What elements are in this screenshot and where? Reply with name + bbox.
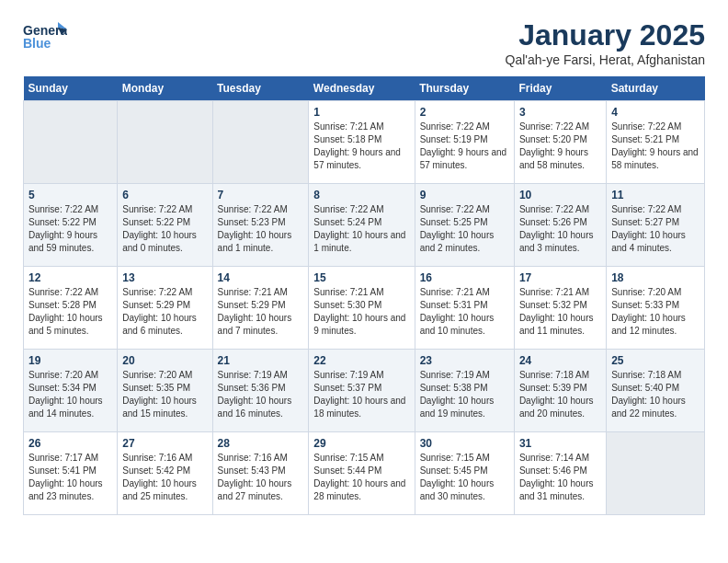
week-row-5: 26 Sunrise: 7:17 AM Sunset: 5:41 PM Dayl… [24,432,705,515]
sunrise-label: Sunrise: 7:22 AM [122,204,192,214]
day-number: 9 [420,189,509,201]
daylight-label: Daylight: 10 hours and 22 minutes. [611,396,686,419]
calendar-cell: 29 Sunrise: 7:15 AM Sunset: 5:44 PM Dayl… [309,432,415,515]
daylight-label: Daylight: 10 hours and 16 minutes. [218,396,292,419]
day-number: 21 [218,354,304,367]
day-info: Sunrise: 7:19 AM Sunset: 5:38 PM Dayligh… [420,369,509,420]
calendar-cell: 30 Sunrise: 7:15 AM Sunset: 5:45 PM Dayl… [415,432,514,515]
daylight-label: Daylight: 10 hours and 10 minutes. [420,313,495,336]
calendar-cell: 4 Sunrise: 7:22 AM Sunset: 5:21 PM Dayli… [607,101,705,184]
day-number: 13 [122,271,207,284]
sunrise-label: Sunrise: 7:22 AM [611,121,681,132]
day-header-wednesday: Wednesday [309,76,415,101]
sunset-label: Sunset: 5:22 PM [28,217,97,227]
calendar-cell: 7 Sunrise: 7:22 AM Sunset: 5:23 PM Dayli… [212,184,309,267]
day-header-thursday: Thursday [415,76,514,101]
day-info: Sunrise: 7:22 AM Sunset: 5:22 PM Dayligh… [122,203,207,255]
day-number: 14 [218,271,304,284]
daylight-label: Daylight: 10 hours and 5 minutes. [28,313,103,336]
sunrise-label: Sunrise: 7:18 AM [611,370,681,380]
sunrise-label: Sunrise: 7:16 AM [122,453,192,463]
calendar-cell: 2 Sunrise: 7:22 AM Sunset: 5:19 PM Dayli… [415,101,514,184]
daylight-label: Daylight: 10 hours and 14 minutes. [28,396,103,419]
sunset-label: Sunset: 5:31 PM [420,300,488,310]
day-number: 22 [313,354,409,367]
day-header-friday: Friday [514,76,606,101]
sunrise-label: Sunrise: 7:22 AM [611,204,681,214]
calendar-table: SundayMondayTuesdayWednesdayThursdayFrid… [23,76,705,515]
week-row-4: 19 Sunrise: 7:20 AM Sunset: 5:34 PM Dayl… [24,350,705,432]
sunrise-label: Sunrise: 7:19 AM [420,370,490,380]
calendar-cell: 6 Sunrise: 7:22 AM Sunset: 5:22 PM Dayli… [118,184,212,267]
day-info: Sunrise: 7:15 AM Sunset: 5:45 PM Dayligh… [420,452,509,503]
sunset-label: Sunset: 5:24 PM [313,217,381,227]
day-info: Sunrise: 7:22 AM Sunset: 5:28 PM Dayligh… [28,286,112,338]
sunset-label: Sunset: 5:19 PM [420,134,488,144]
sunrise-label: Sunrise: 7:21 AM [313,287,383,297]
daylight-label: Daylight: 10 hours and 4 minutes. [611,230,686,253]
calendar-cell: 27 Sunrise: 7:16 AM Sunset: 5:42 PM Dayl… [118,432,212,515]
daylight-label: Daylight: 10 hours and 11 minutes. [519,313,594,336]
daylight-label: Daylight: 10 hours and 9 minutes. [313,313,405,336]
day-number: 20 [122,354,207,367]
day-header-saturday: Saturday [607,76,705,101]
daylight-label: Daylight: 9 hours and 59 minutes. [28,230,97,253]
sunrise-label: Sunrise: 7:15 AM [313,453,383,463]
day-info: Sunrise: 7:22 AM Sunset: 5:24 PM Dayligh… [313,203,409,255]
main-title: January 2025 [506,18,705,52]
day-number: 30 [420,437,509,450]
sunset-label: Sunset: 5:26 PM [519,217,587,227]
sunset-label: Sunset: 5:22 PM [122,217,190,227]
calendar-cell: 21 Sunrise: 7:19 AM Sunset: 5:36 PM Dayl… [212,350,309,432]
day-info: Sunrise: 7:19 AM Sunset: 5:37 PM Dayligh… [313,369,409,420]
sunrise-label: Sunrise: 7:14 AM [519,453,589,463]
calendar-cell: 10 Sunrise: 7:22 AM Sunset: 5:26 PM Dayl… [514,184,606,267]
sunrise-label: Sunrise: 7:22 AM [28,287,98,297]
daylight-label: Daylight: 10 hours and 3 minutes. [519,230,594,253]
day-info: Sunrise: 7:21 AM Sunset: 5:29 PM Dayligh… [218,286,304,338]
sunset-label: Sunset: 5:36 PM [218,383,286,393]
day-info: Sunrise: 7:18 AM Sunset: 5:39 PM Dayligh… [519,369,601,420]
calendar-cell: 11 Sunrise: 7:22 AM Sunset: 5:27 PM Dayl… [607,184,705,267]
sunrise-label: Sunrise: 7:21 AM [420,287,490,297]
calendar-cell: 19 Sunrise: 7:20 AM Sunset: 5:34 PM Dayl… [24,350,118,432]
sunset-label: Sunset: 5:46 PM [519,465,587,476]
calendar-cell: 28 Sunrise: 7:16 AM Sunset: 5:43 PM Dayl… [212,432,309,515]
sunset-label: Sunset: 5:32 PM [519,300,587,310]
sunrise-label: Sunrise: 7:22 AM [122,287,192,297]
sunset-label: Sunset: 5:34 PM [28,383,97,393]
day-info: Sunrise: 7:14 AM Sunset: 5:46 PM Dayligh… [519,452,601,503]
day-number: 8 [313,189,409,201]
sunrise-label: Sunrise: 7:22 AM [420,121,490,132]
day-number: 2 [420,106,509,119]
sunset-label: Sunset: 5:29 PM [218,300,286,310]
sunset-label: Sunset: 5:41 PM [28,465,97,476]
sunrise-label: Sunrise: 7:22 AM [28,204,98,214]
sunset-label: Sunset: 5:45 PM [420,465,488,476]
calendar-cell: 9 Sunrise: 7:22 AM Sunset: 5:25 PM Dayli… [415,184,514,267]
sunset-label: Sunset: 5:21 PM [611,134,679,144]
daylight-label: Daylight: 10 hours and 31 minutes. [519,478,594,501]
day-info: Sunrise: 7:20 AM Sunset: 5:34 PM Dayligh… [28,369,112,420]
calendar-cell: 16 Sunrise: 7:21 AM Sunset: 5:31 PM Dayl… [415,267,514,350]
sunrise-label: Sunrise: 7:20 AM [122,370,192,380]
sunset-label: Sunset: 5:44 PM [313,465,381,476]
calendar-cell: 31 Sunrise: 7:14 AM Sunset: 5:46 PM Dayl… [514,432,606,515]
days-of-week-row: SundayMondayTuesdayWednesdayThursdayFrid… [24,76,705,101]
calendar-cell [24,101,118,184]
calendar-cell: 18 Sunrise: 7:20 AM Sunset: 5:33 PM Dayl… [607,267,705,350]
calendar-cell: 17 Sunrise: 7:21 AM Sunset: 5:32 PM Dayl… [514,267,606,350]
day-info: Sunrise: 7:19 AM Sunset: 5:36 PM Dayligh… [218,369,304,420]
daylight-label: Daylight: 10 hours and 28 minutes. [313,478,405,501]
day-number: 19 [28,354,112,367]
sunrise-label: Sunrise: 7:20 AM [611,287,681,297]
sunrise-label: Sunrise: 7:22 AM [519,121,589,132]
daylight-label: Daylight: 10 hours and 19 minutes. [420,396,495,419]
calendar-cell: 24 Sunrise: 7:18 AM Sunset: 5:39 PM Dayl… [514,350,606,432]
daylight-label: Daylight: 10 hours and 6 minutes. [122,313,197,336]
daylight-label: Daylight: 10 hours and 30 minutes. [420,478,495,501]
day-info: Sunrise: 7:20 AM Sunset: 5:35 PM Dayligh… [122,369,207,420]
sunset-label: Sunset: 5:25 PM [420,217,488,227]
day-number: 25 [611,354,700,367]
daylight-label: Daylight: 9 hours and 57 minutes. [313,147,401,170]
